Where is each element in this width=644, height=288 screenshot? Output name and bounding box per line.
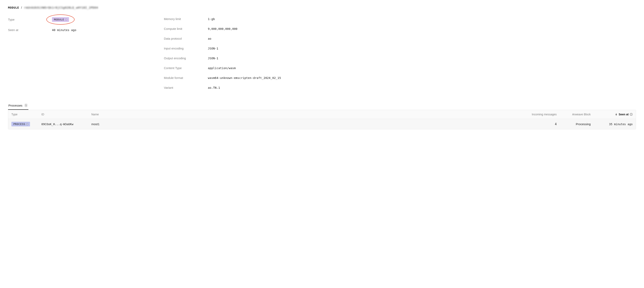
value-seen-at: 40 minutes ago [52, 29, 76, 32]
value-content-type: application/wasm [208, 67, 236, 70]
diamond-icon [26, 123, 28, 125]
field-input-encoding: Input encoding JSON-1 [164, 47, 304, 50]
breadcrumb-separator: / [21, 6, 22, 9]
processes-table: Type ID Name Incoming messages Arweave B… [8, 110, 636, 129]
badge-module[interactable]: MODULE [52, 17, 69, 22]
value-input-encoding: JSON-1 [208, 47, 218, 50]
breadcrumb-module-id: rmUnkUk9iVWOrQk1r8jCSg028LQ_wHY18I_2PD04 [24, 6, 98, 9]
label-memory-limit: Memory limit [164, 17, 208, 21]
th-name[interactable]: Name [91, 113, 523, 116]
info-icon[interactable] [630, 113, 632, 116]
table-header: Type ID Name Incoming messages Arweave B… [8, 110, 636, 119]
label-input-encoding: Input encoding [164, 47, 208, 50]
label-seen-at: Seen at [8, 28, 52, 32]
breadcrumb: MODULE / rmUnkUk9iVWOrQk1r8jCSg028LQ_wHY… [8, 6, 636, 9]
breadcrumb-root[interactable]: MODULE [8, 6, 19, 9]
type-highlight: MODULE [52, 17, 69, 22]
value-type: MODULE [52, 17, 69, 22]
field-seen-at: Seen at 40 minutes ago [8, 28, 148, 32]
badge-process-label: PROCESS [14, 122, 25, 125]
th-seen-at-label: Seen at [618, 113, 628, 116]
svg-rect-2 [631, 114, 631, 115]
field-compute-limit: Compute limit 9,000,000,000,000 [164, 27, 304, 31]
label-variant: Variant [164, 86, 208, 89]
value-compute-limit: 9,000,000,000,000 [208, 27, 238, 31]
field-content-type: Content Type application/wasm [164, 66, 304, 70]
label-content-type: Content Type [164, 66, 208, 70]
th-seen-at[interactable]: Seen at [615, 113, 632, 116]
value-data-protocol: ao [208, 37, 211, 40]
cell-id[interactable]: 09COoK_H...q-W3aUKw [41, 122, 89, 126]
label-data-protocol: Data protocol [164, 37, 208, 40]
tab-processes-label: Processes [8, 104, 22, 107]
cell-block: Processing [576, 122, 591, 126]
table-row[interactable]: PROCESS 09COoK_H...q-W3aUKw most1 4 Proc… [8, 119, 636, 129]
svg-point-1 [631, 113, 632, 114]
cell-incoming: 4 [555, 122, 557, 126]
tab-processes-count: 1 [24, 103, 28, 107]
value-output-encoding: JSON-1 [208, 57, 218, 60]
field-type: Type MODULE [8, 17, 148, 22]
th-incoming[interactable]: Incoming messages [532, 113, 557, 116]
cell-name: most1 [91, 122, 523, 126]
module-details: Type MODULE Seen at 40 minutes ago Memor… [8, 17, 304, 89]
square-icon [65, 19, 67, 21]
label-type: Type [8, 18, 52, 21]
field-module-format: Module format wasm64-unknown-emscripten-… [164, 76, 304, 79]
label-output-encoding: Output encoding [164, 57, 208, 60]
th-type[interactable]: Type [12, 113, 40, 116]
value-variant: ao.TN.1 [208, 86, 220, 89]
value-module-format: wasm64-unknown-emscripten-draft_2024_02_… [208, 76, 281, 79]
th-id[interactable]: ID [41, 113, 89, 116]
badge-process[interactable]: PROCESS [12, 122, 30, 126]
cell-type: PROCESS [12, 122, 40, 126]
field-memory-limit: Memory limit 1-gb [164, 17, 304, 21]
details-right-column: Memory limit 1-gb Compute limit 9,000,00… [164, 17, 304, 89]
field-variant: Variant ao.TN.1 [164, 86, 304, 89]
badge-module-label: MODULE [54, 18, 64, 21]
label-compute-limit: Compute limit [164, 27, 208, 31]
value-memory-limit: 1-gb [208, 18, 215, 21]
cell-seen-at: 35 minutes ago [609, 122, 632, 126]
field-data-protocol: Data protocol ao [164, 37, 304, 40]
tabs: Processes 1 [8, 101, 636, 110]
tab-processes[interactable]: Processes 1 [8, 101, 28, 110]
label-module-format: Module format [164, 76, 208, 79]
th-block[interactable]: Arweave Block [572, 113, 591, 116]
field-output-encoding: Output encoding JSON-1 [164, 57, 304, 60]
details-left-column: Type MODULE Seen at 40 minutes ago [8, 17, 148, 89]
arrow-down-icon [615, 113, 618, 115]
